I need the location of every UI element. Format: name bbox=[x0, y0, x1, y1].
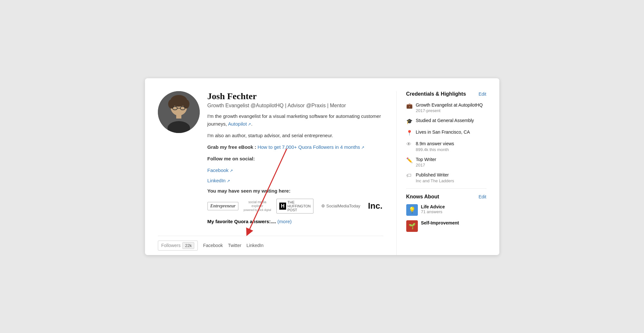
profile-header: Josh Fechter Growth Evangelist @Autopilo… bbox=[158, 91, 383, 229]
svg-point-3 bbox=[168, 100, 175, 109]
cred-published: 🏷 Published Writer Inc and The Ladders bbox=[406, 172, 486, 183]
ebook-paragraph: Grab my free eBook : How to get 7,000+ Q… bbox=[207, 143, 383, 151]
more-link[interactable]: (more) bbox=[277, 219, 292, 224]
svg-point-4 bbox=[183, 100, 189, 109]
credentials-header: Credentials & Highlights Edit bbox=[406, 91, 486, 97]
cred-views-main: 8.9m answer views bbox=[416, 141, 454, 147]
cred-edu-main: Studied at General Assembly bbox=[416, 118, 474, 124]
avatar-wrap bbox=[158, 91, 200, 229]
cred-job-main: Growth Evangelist at AutopilotHQ bbox=[416, 102, 483, 109]
knows-about-edit[interactable]: Edit bbox=[478, 194, 486, 199]
ebook-link[interactable]: How to get 7,000+ Quora Followers in 4 m… bbox=[257, 144, 364, 150]
life-advice-icon: 💡 bbox=[406, 204, 418, 216]
avatar bbox=[158, 91, 200, 133]
cred-job: 💼 Growth Evangelist at AutopilotHQ 2017-… bbox=[406, 102, 486, 113]
inc-logo: Inc. bbox=[368, 201, 382, 211]
huffpost-text: THEHUFFINGTONPOST bbox=[287, 200, 311, 212]
cred-published-sub: Inc and The Ladders bbox=[416, 178, 454, 183]
favorite-label: My favorite Quora answers:.... bbox=[207, 219, 276, 224]
followers-group: Followers 22k bbox=[158, 241, 198, 251]
cred-writer-main: Top Writer bbox=[416, 157, 437, 163]
right-panel: Credentials & Highlights Edit 💼 Growth E… bbox=[396, 91, 486, 255]
life-advice-topic: Life Advice bbox=[421, 204, 445, 209]
cred-writer-sub: 2017 bbox=[416, 163, 437, 167]
smt-logo: ⚙ SocialMediaToday bbox=[319, 202, 363, 210]
bio-paragraph2: I'm also an author, startup advisor, and… bbox=[207, 132, 383, 139]
bio-paragraph1: I'm the growth evangelist for a visual m… bbox=[207, 112, 383, 128]
graduation-icon: 🎓 bbox=[406, 118, 413, 125]
svg-rect-9 bbox=[176, 115, 181, 119]
favorite-answers: My favorite Quora answers:.... (more) bbox=[207, 219, 383, 224]
huffpost-logo: H THEHUFFINGTONPOST bbox=[276, 199, 313, 214]
entrepreneur-logo: Entrepreneur bbox=[207, 202, 239, 210]
cred-published-main: Published Writer bbox=[416, 172, 454, 178]
pen-icon: ✏️ bbox=[406, 157, 413, 164]
facebook-link[interactable]: Facebook bbox=[207, 166, 383, 174]
ebook-label: Grab my free eBook : bbox=[207, 144, 258, 150]
social-links: Facebook LinkedIn bbox=[207, 166, 383, 185]
cred-views: 👁 8.9m answer views 899.4k this month bbox=[406, 141, 486, 152]
life-advice-answers: 71 answers bbox=[421, 209, 445, 214]
social-label: Follow me on social: bbox=[207, 155, 383, 163]
sme-logo: social mediaexplorerpowered by click dig… bbox=[244, 200, 271, 212]
knows-about-header: Knows About Edit bbox=[406, 194, 486, 200]
left-panel: Josh Fechter Growth Evangelist @Autopilo… bbox=[158, 91, 383, 255]
followers-label: Followers bbox=[161, 243, 181, 248]
cred-job-sub: 2017-present bbox=[416, 108, 483, 113]
eye-icon: 👁 bbox=[406, 141, 413, 148]
credentials-title: Credentials & Highlights bbox=[406, 91, 466, 97]
cred-views-sub: 899.4k this month bbox=[416, 147, 454, 152]
writing-label: You may have seen my writing here: bbox=[207, 187, 383, 195]
knows-life-advice: 💡 Life Advice 71 answers bbox=[406, 204, 486, 216]
self-improvement-topic: Self-Improvement bbox=[421, 220, 459, 225]
profile-info: Josh Fechter Growth Evangelist @Autopilo… bbox=[207, 91, 383, 229]
credentials-edit[interactable]: Edit bbox=[478, 91, 486, 97]
knows-about-title: Knows About bbox=[406, 194, 439, 200]
profile-bio: I'm the growth evangelist for a visual m… bbox=[207, 112, 383, 195]
footer-facebook-link[interactable]: Facebook bbox=[203, 243, 223, 248]
autopilot-link[interactable]: Autopilot bbox=[228, 121, 251, 127]
huffpost-h: H bbox=[279, 203, 286, 210]
media-logos: Entrepreneur social mediaexplorerpowered… bbox=[207, 199, 383, 214]
section-divider bbox=[406, 188, 486, 189]
self-improvement-icon: 🌱 bbox=[406, 220, 418, 232]
followers-count: 22k bbox=[182, 242, 194, 249]
svg-point-10 bbox=[174, 111, 179, 115]
tag-icon: 🏷 bbox=[406, 173, 413, 179]
profile-name: Josh Fechter bbox=[207, 91, 383, 101]
footer-twitter-link[interactable]: Twitter bbox=[228, 243, 241, 248]
cred-education: 🎓 Studied at General Assembly bbox=[406, 118, 486, 125]
footer-linkedin-link[interactable]: LinkedIn bbox=[246, 243, 264, 248]
briefcase-icon: 💼 bbox=[406, 103, 413, 109]
linkedin-link[interactable]: LinkedIn bbox=[207, 177, 383, 185]
profile-tagline: Growth Evangelist @AutopilotHQ | Advisor… bbox=[207, 103, 383, 109]
profile-card: Josh Fechter Growth Evangelist @Autopilo… bbox=[145, 78, 499, 255]
footer-bar: Followers 22k Facebook Twitter LinkedIn bbox=[158, 236, 383, 255]
cred-writer: ✏️ Top Writer 2017 bbox=[406, 157, 486, 168]
cred-location-main: Lives in San Francisco, CA bbox=[416, 129, 470, 136]
location-icon: 📍 bbox=[406, 130, 413, 136]
cred-location: 📍 Lives in San Francisco, CA bbox=[406, 129, 486, 136]
knows-self-improvement: 🌱 Self-Improvement bbox=[406, 220, 486, 232]
